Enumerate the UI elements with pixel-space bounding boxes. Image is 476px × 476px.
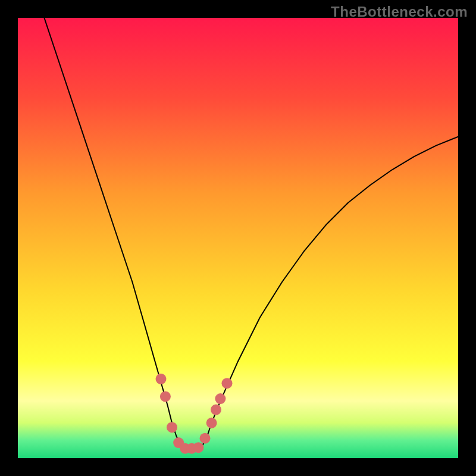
data-marker (193, 442, 203, 453)
watermark-text: TheBottleneck.com (331, 4, 468, 20)
data-marker (160, 391, 171, 402)
data-marker (222, 378, 233, 389)
data-marker (167, 422, 177, 433)
data-marker (156, 374, 167, 384)
data-marker (215, 393, 226, 404)
gradient-background (18, 18, 458, 458)
chart-container: TheBottleneck.com (0, 0, 476, 476)
data-marker (200, 433, 211, 444)
data-marker (211, 405, 221, 415)
bottleneck-chart (0, 0, 476, 476)
data-marker (206, 418, 217, 428)
